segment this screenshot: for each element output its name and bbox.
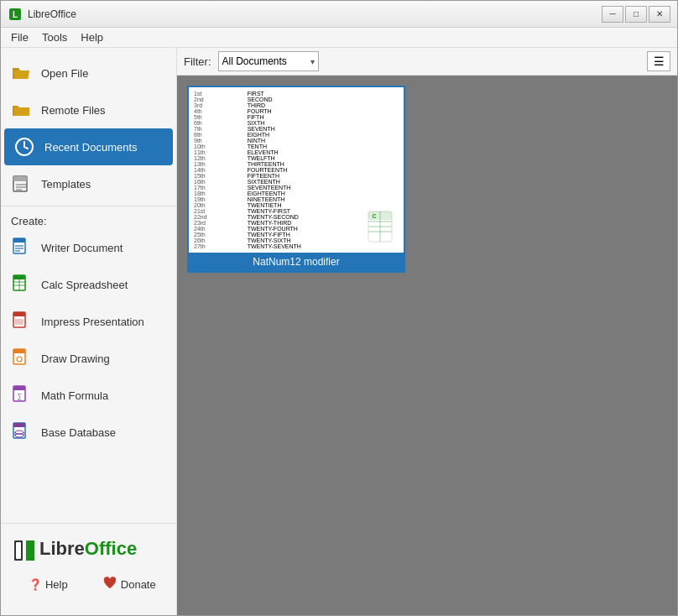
svg-text:∑: ∑ [17,393,22,400]
content-area: Open File Remote Files [1,48,677,615]
menu-bar: File Tools Help [1,28,677,48]
calc-file-icon: C [367,210,397,246]
impress-label: Impress Presentation [41,316,144,328]
sidebar-item-math[interactable]: ∑ Math Formula [1,377,176,414]
svg-rect-34 [16,542,21,559]
document-preview: 1stFIRST2ndSECOND3rdTHIRD4thFOURTH5thFIF… [189,87,404,253]
document-card[interactable]: 1stFIRST2ndSECOND3rdTHIRD4thFOURTH5thFIF… [187,86,405,273]
hamburger-icon: ☰ [654,55,665,68]
footer-buttons: ❓ Help Donate [8,567,170,602]
donate-icon [102,576,117,593]
svg-marker-35 [26,540,34,561]
help-label: Help [45,578,68,591]
window-controls: ─ □ ✕ [602,6,670,23]
minimize-button[interactable]: ─ [602,6,623,23]
main-area: Filter: All Documents ▾ ☰ 1stFIRST2ndSEC… [177,48,677,615]
title-bar: L LibreOffice ─ □ ✕ [1,1,677,28]
remote-files-label: Remote Files [41,104,106,117]
svg-rect-20 [15,319,23,325]
create-section-label: Create: [1,210,176,229]
document-grid: 1stFIRST2ndSECOND3rdTHIRD4thFOURTH5thFIF… [177,76,677,615]
draw-label: Draw Drawing [41,352,110,365]
document-title: NatNum12 modifier [189,253,404,271]
help-button[interactable]: ❓ Help [11,571,86,598]
sidebar-item-draw[interactable]: Draw Drawing [1,340,176,377]
main-window: L LibreOffice ─ □ ✕ File Tools Help [0,0,678,616]
calc-icon [9,273,33,296]
sidebar-item-writer[interactable]: Writer Document [1,229,176,266]
sidebar-footer: LibreOffice ❓ Help [1,523,176,608]
impress-icon [9,310,33,333]
view-menu-button[interactable]: ☰ [647,51,670,71]
logo-icon [11,537,34,561]
templates-icon [9,172,33,196]
open-file-label: Open File [41,67,88,80]
help-icon: ❓ [29,578,42,591]
filter-dropdown[interactable]: All Documents ▾ [218,51,319,71]
chevron-down-icon: ▾ [310,57,315,66]
calc-label: Calc Spreadsheet [41,279,128,291]
folder-icon [9,98,33,122]
close-button[interactable]: ✕ [649,6,670,23]
toolbar: Filter: All Documents ▾ ☰ [177,48,677,76]
window-title: LibreOffice [28,8,602,20]
app-icon: L [8,7,23,22]
sidebar-item-templates[interactable]: Templates [1,165,176,202]
svg-text:C: C [372,213,376,219]
menu-help[interactable]: Help [74,29,110,45]
logo-libre: Libre [39,538,85,559]
writer-label: Writer Document [41,242,123,254]
filter-value: All Documents [222,55,307,67]
donate-button[interactable]: Donate [92,571,167,598]
math-label: Math Formula [41,389,108,402]
sidebar-item-calc[interactable]: Calc Spreadsheet [1,266,176,303]
sidebar-divider [1,206,176,206]
svg-rect-14 [13,275,25,279]
menu-tools[interactable]: Tools [35,29,74,45]
recent-icon [13,135,36,159]
logo-text: LibreOffice [39,538,137,560]
draw-icon [9,347,33,370]
logo-area: LibreOffice [8,530,170,567]
menu-file[interactable]: File [4,29,35,45]
sidebar-item-base[interactable]: Base Database [1,414,176,451]
math-icon: ∑ [9,384,33,407]
sidebar-item-open-file[interactable]: Open File [1,55,176,91]
base-icon [9,420,33,444]
svg-rect-19 [13,312,25,316]
svg-rect-9 [13,238,25,243]
base-label: Base Database [41,426,116,439]
templates-label: Templates [41,178,91,191]
folder-open-icon [9,61,33,85]
filter-label: Filter: [184,55,211,68]
svg-rect-22 [13,349,25,353]
writer-icon [9,236,33,259]
svg-rect-4 [13,176,27,181]
svg-text:L: L [13,10,18,19]
donate-label: Donate [121,578,156,591]
svg-rect-28 [13,423,25,427]
recent-documents-label: Recent Documents [44,141,138,154]
svg-rect-25 [13,386,25,390]
sidebar-item-remote-files[interactable]: Remote Files [1,91,176,128]
logo-office: Office [85,538,137,559]
sidebar-item-impress[interactable]: Impress Presentation [1,303,176,340]
sidebar-item-recent-documents[interactable]: Recent Documents [4,128,173,165]
maximize-button[interactable]: □ [625,6,647,23]
sidebar: Open File Remote Files [1,48,177,615]
